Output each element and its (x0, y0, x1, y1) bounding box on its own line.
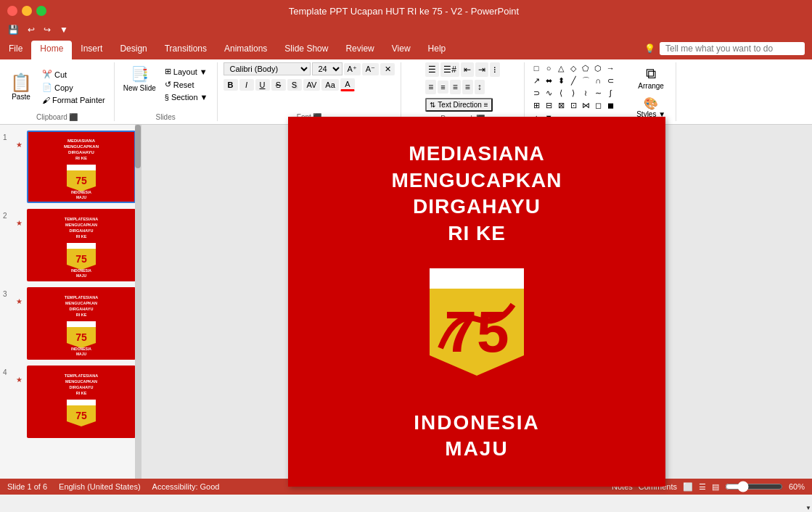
section-button[interactable]: § Section ▼ (162, 91, 211, 103)
justify-button[interactable]: ≡ (462, 80, 473, 94)
maximize-button[interactable] (36, 6, 46, 16)
shape-arrow-diagonal[interactable]: ↗ (530, 75, 542, 86)
title-bar: Template PPT Ucapan HUT RI ke 75 - V2 - … (0, 0, 812, 22)
shape-arrow-right[interactable]: → (604, 62, 616, 74)
shape-triangle[interactable]: △ (555, 62, 567, 74)
scrollbar-thumb[interactable] (135, 125, 141, 168)
shape-curve[interactable]: ⌒ (580, 75, 591, 86)
menu-transitions[interactable]: Transitions (156, 38, 216, 59)
slide-preview-2[interactable]: TEMPLATESIANA MENGUCAPKAN DIRGAHAYU RI K… (27, 209, 136, 281)
zoom-level: 60% (789, 482, 805, 491)
shape-integral[interactable]: ∫ (604, 87, 616, 99)
undo-button[interactable]: ↩ (25, 25, 37, 35)
zoom-slider[interactable] (725, 481, 783, 492)
line-spacing-button[interactable]: ↕ (475, 80, 485, 94)
view-normal-button[interactable]: ⬜ (683, 482, 693, 492)
clear-format-button[interactable]: ✕ (380, 63, 395, 75)
decrease-indent-button[interactable]: ⇤ (461, 62, 474, 77)
font-size-select[interactable]: 24 (312, 62, 343, 75)
slide-preview-1[interactable]: MEDIASIANA MENGUCAPKAN DIRGAHAYU RI KE 7… (27, 131, 136, 203)
strikethrough-button[interactable]: S (271, 79, 286, 91)
menu-insert[interactable]: Insert (72, 38, 111, 59)
shape-bowtie[interactable]: ⋈ (580, 99, 591, 111)
shape-diamond[interactable]: ◇ (567, 62, 579, 74)
shape-circle[interactable]: ○ (543, 62, 554, 74)
shape-line[interactable]: ╱ (567, 75, 579, 86)
close-button[interactable] (7, 6, 17, 16)
shape-times[interactable]: ⊠ (555, 99, 567, 111)
shape-minus[interactable]: ⊟ (543, 99, 554, 111)
shape-wave[interactable]: ∿ (543, 87, 554, 99)
menu-design[interactable]: Design (111, 38, 155, 59)
svg-text:RI KE: RI KE (76, 391, 87, 395)
slide-number-2: 2 (3, 212, 12, 220)
shape-hex[interactable]: ⬡ (592, 62, 604, 74)
redo-button[interactable]: ↪ (41, 25, 53, 35)
shape-bracket-l[interactable]: ⊂ (604, 75, 616, 86)
dialog-launcher-icon[interactable]: ⬛ (69, 113, 78, 121)
numbering-button[interactable]: ☰# (440, 62, 459, 77)
increase-indent-button[interactable]: ⇥ (475, 62, 488, 77)
slide-thumb-3[interactable]: 3 ★ TEMPLATESIANA MENGUCAPKAN DIRGAHAYU … (3, 287, 138, 360)
view-outline-button[interactable]: ☰ (699, 482, 706, 492)
shape-square-sm[interactable]: ◻ (592, 99, 604, 111)
shadow-button[interactable]: S (287, 79, 302, 91)
new-slide-button[interactable]: 📑 ▼ New Slide (120, 62, 159, 95)
font-name-select[interactable]: Calibri (Body) (223, 62, 311, 75)
change-case-button[interactable]: Aa (321, 79, 338, 91)
slide-thumb-4[interactable]: 4 ★ TEMPLATESIANA MENGUCAPKAN DIRGAHAYU … (3, 366, 138, 438)
menu-home[interactable]: Home (31, 41, 72, 59)
reset-button[interactable]: ↺ Reset (162, 78, 211, 91)
bold-button[interactable]: B (223, 79, 238, 91)
increase-font-button[interactable]: A⁺ (344, 63, 361, 75)
minimize-button[interactable] (22, 6, 32, 16)
tell-me-input[interactable] (660, 42, 805, 55)
slide-preview-3[interactable]: TEMPLATESIANA MENGUCAPKAN DIRGAHAYU RI K… (27, 287, 136, 360)
shape-tilde[interactable]: ∼ (592, 87, 604, 99)
slide-thumb-2[interactable]: 2 ★ TEMPLATESIANA MENGUCAPKAN DIRGAHAYU … (3, 209, 138, 281)
shape-chevron-r[interactable]: ⟩ (567, 87, 579, 99)
paste-button[interactable]: 📋 Paste (6, 71, 36, 104)
shape-plus[interactable]: ⊞ (530, 99, 542, 111)
copy-button[interactable]: 📄 Copy (39, 81, 108, 94)
slide-preview-4[interactable]: TEMPLATESIANA MENGUCAPKAN DIRGAHAYU RI K… (27, 366, 136, 438)
align-center-button[interactable]: ≡ (438, 80, 448, 94)
cut-button[interactable]: ✂️ Cut (39, 68, 108, 80)
shape-squiggle[interactable]: ≀ (580, 87, 591, 99)
slide-thumb-1[interactable]: 1 ★ MEDIASIANA MENGUCAPKAN DIRGAHAYU RI … (3, 131, 138, 203)
slides-scrollbar[interactable] (135, 125, 141, 479)
shape-dot[interactable]: ⊡ (567, 99, 579, 111)
shape-bracket-r[interactable]: ⊃ (530, 87, 542, 99)
menu-animations[interactable]: Animations (216, 38, 276, 59)
char-spacing-button[interactable]: AV (303, 79, 321, 91)
italic-button[interactable]: I (239, 79, 254, 91)
align-right-button[interactable]: ≡ (450, 80, 461, 94)
shape-pentagon[interactable]: ⬠ (580, 62, 591, 74)
format-painter-button[interactable]: 🖌 Format Painter (39, 94, 108, 106)
text-direction-button[interactable]: ⇅ Text Direction ≡ (425, 98, 492, 112)
arrange-button[interactable]: ⧉ Arrange (632, 62, 670, 93)
bullets-button[interactable]: ☰ (425, 62, 439, 77)
shape-arrow-vert[interactable]: ⬍ (555, 75, 567, 86)
shapes-gallery: □ ○ △ ◇ ⬠ ⬡ → ↗ ⬌ ⬍ ╱ ⌒ ∩ ⊂ ⊃ ∿ ⟨ (530, 62, 625, 123)
menu-review[interactable]: Review (337, 38, 382, 59)
underline-button[interactable]: U (255, 79, 270, 91)
layout-button[interactable]: ⊞ Layout ▼ (162, 65, 211, 78)
font-color-button[interactable]: A (340, 78, 355, 91)
shape-square-fill[interactable]: ◼ (604, 99, 616, 111)
view-slide-button[interactable]: ▤ (712, 482, 719, 492)
menu-help[interactable]: Help (419, 38, 455, 59)
shape-arc[interactable]: ∩ (592, 75, 604, 86)
menu-slideshow[interactable]: Slide Show (276, 38, 337, 59)
menu-view[interactable]: View (383, 38, 419, 59)
columns-button[interactable]: ⫶ (490, 62, 500, 77)
shape-rect[interactable]: □ (530, 62, 542, 74)
align-left-button[interactable]: ≡ (425, 80, 436, 94)
save-quickaccess-button[interactable]: 💾 (6, 25, 21, 35)
menu-file[interactable]: File (0, 38, 31, 59)
customize-quickaccess-button[interactable]: ▼ (57, 25, 70, 35)
shape-chevron-l[interactable]: ⟨ (555, 87, 567, 99)
decrease-font-button[interactable]: A⁻ (362, 63, 379, 75)
window-controls[interactable] (7, 6, 46, 16)
shape-arrow-hori[interactable]: ⬌ (543, 75, 554, 86)
